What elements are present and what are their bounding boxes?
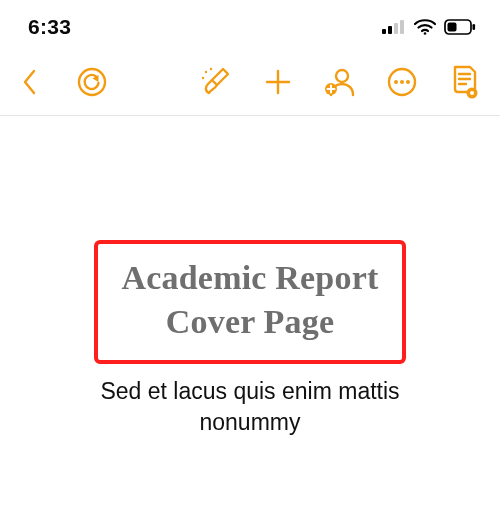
document-title-line2: Cover Page: [166, 303, 334, 340]
battery-icon: [444, 19, 476, 35]
collaborate-button[interactable]: [322, 64, 358, 100]
undo-button[interactable]: [74, 64, 110, 100]
document-title[interactable]: Academic Report Cover Page: [122, 256, 379, 344]
document-icon: [450, 65, 478, 99]
status-time: 6:33: [28, 15, 71, 39]
document-subtitle-line1: Sed et lacus quis enim mattis: [100, 378, 399, 404]
document-title-line1: Academic Report: [122, 259, 379, 296]
cellular-icon: [382, 20, 406, 34]
document-subtitle[interactable]: Sed et lacus quis enim mattis nonummy: [100, 376, 399, 438]
document-subtitle-line2: nonummy: [200, 409, 301, 435]
document-canvas[interactable]: Academic Report Cover Page Sed et lacus …: [0, 116, 500, 528]
format-brush-button[interactable]: [198, 64, 234, 100]
document-options-button[interactable]: [446, 64, 482, 100]
status-bar: 6:33: [0, 0, 500, 54]
app-toolbar: [0, 54, 500, 116]
svg-rect-1: [388, 26, 392, 34]
svg-point-11: [202, 76, 204, 78]
person-add-icon: [323, 66, 357, 98]
more-button[interactable]: [384, 64, 420, 100]
svg-rect-7: [473, 24, 476, 30]
chevron-left-icon: [20, 67, 40, 97]
svg-rect-3: [400, 20, 404, 34]
svg-rect-2: [394, 23, 398, 34]
svg-point-15: [394, 80, 398, 84]
wifi-icon: [414, 19, 436, 35]
plus-icon: [263, 67, 293, 97]
svg-point-8: [79, 69, 105, 95]
back-button[interactable]: [12, 64, 48, 100]
svg-point-17: [406, 80, 410, 84]
svg-point-19: [470, 91, 474, 95]
svg-point-4: [424, 32, 427, 35]
svg-rect-0: [382, 29, 386, 34]
status-indicators: [382, 19, 476, 35]
paintbrush-icon: [200, 66, 232, 98]
svg-point-16: [400, 80, 404, 84]
undo-icon: [76, 66, 108, 98]
ellipsis-circle-icon: [386, 66, 418, 98]
svg-rect-6: [448, 23, 457, 32]
title-selection-highlight: Academic Report Cover Page: [94, 240, 407, 364]
insert-button[interactable]: [260, 64, 296, 100]
svg-point-9: [205, 70, 207, 72]
svg-point-10: [210, 67, 212, 69]
svg-point-12: [336, 70, 348, 82]
